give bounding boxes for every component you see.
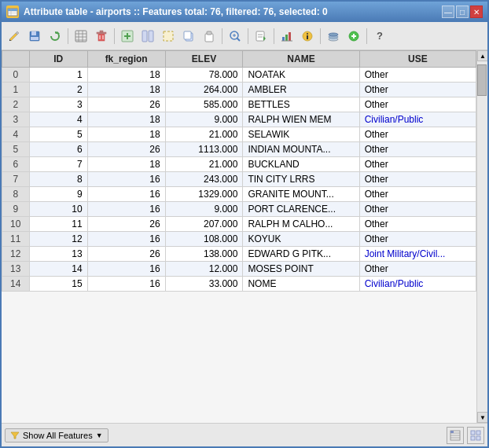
table-view-button[interactable] xyxy=(72,27,90,46)
cell-name: RALPH M CALHO... xyxy=(243,217,359,232)
maximize-button[interactable]: □ xyxy=(456,6,469,18)
select-button[interactable] xyxy=(159,27,178,46)
main-content: ID fk_region ELEV NAME USE 011878.000NOA… xyxy=(2,50,487,423)
table-row[interactable]: 910169.000PORT CLARENCE...Other xyxy=(2,202,476,217)
cell-elev: 9.000 xyxy=(165,202,243,217)
svg-rect-24 xyxy=(149,31,153,42)
cell-id: 8 xyxy=(29,172,87,187)
refresh-button[interactable] xyxy=(46,27,64,46)
scroll-track[interactable] xyxy=(477,61,487,412)
svg-point-43 xyxy=(307,33,308,35)
svg-rect-40 xyxy=(289,32,291,41)
app-icon xyxy=(6,6,19,18)
svg-point-47 xyxy=(329,33,338,36)
list-view-button[interactable] xyxy=(447,427,464,444)
copy-selection-button[interactable] xyxy=(179,27,198,46)
cell-id: 10 xyxy=(29,202,87,217)
svg-rect-44 xyxy=(307,35,308,39)
svg-rect-38 xyxy=(282,37,285,41)
stats-button[interactable] xyxy=(278,27,296,46)
cell-fk-region: 16 xyxy=(87,277,165,292)
table-row[interactable]: 7816243.000TIN CITY LRRSOther xyxy=(2,172,476,187)
table-row[interactable]: 121326138.000EDWARD G PITK...Joint Milit… xyxy=(2,247,476,262)
table-row[interactable]: 56261113.000INDIAN MOUNTA...Other xyxy=(2,142,476,157)
grid-view-button[interactable] xyxy=(467,427,484,444)
cell-id: 2 xyxy=(29,83,87,97)
cell-elev: 12.000 xyxy=(165,262,243,277)
cell-id: 6 xyxy=(29,142,87,157)
minimize-button[interactable]: — xyxy=(442,6,454,18)
row-number: 8 xyxy=(2,187,30,202)
title-controls: — □ ✕ xyxy=(442,6,483,18)
save-button[interactable] xyxy=(25,27,44,46)
cell-use: Other xyxy=(359,262,476,277)
zoom-button[interactable] xyxy=(226,27,244,46)
main-window: Attribute table - airports :: Features t… xyxy=(0,0,489,448)
row-number: 7 xyxy=(2,172,30,187)
cell-fk-region: 18 xyxy=(87,68,165,83)
scroll-down-button[interactable]: ▼ xyxy=(477,412,487,423)
cell-fk-region: 16 xyxy=(87,232,165,247)
table-row[interactable]: 2326585.000BETTLESOther xyxy=(2,97,476,112)
cell-use: Other xyxy=(359,142,476,157)
row-number: 14 xyxy=(2,277,30,292)
table-row[interactable]: 14151633.000NOMECivilian/Public xyxy=(2,277,476,292)
col-id[interactable]: ID xyxy=(29,51,87,68)
cell-use: Other xyxy=(359,83,476,97)
cell-elev: 78.000 xyxy=(165,68,243,83)
show-features-button[interactable]: Show All Features ▼ xyxy=(5,428,108,442)
window-title: Attribute table - airports :: Features t… xyxy=(24,6,328,17)
cell-name: MOSES POINT xyxy=(243,262,359,277)
cell-name: INDIAN MOUNTA... xyxy=(243,142,359,157)
separator-6 xyxy=(320,28,321,44)
row-number: 6 xyxy=(2,157,30,172)
action-button[interactable] xyxy=(298,27,317,46)
table-row[interactable]: 101126207.000RALPH M CALHO...Other xyxy=(2,217,476,232)
svg-rect-27 xyxy=(184,31,191,39)
edit-button[interactable] xyxy=(5,27,24,46)
cell-fk-region: 18 xyxy=(87,112,165,127)
scroll-up-button[interactable]: ▲ xyxy=(477,50,487,61)
row-number: 10 xyxy=(2,217,30,232)
table-row[interactable]: 451821.000SELAWIKOther xyxy=(2,127,476,142)
status-bar: Show All Features ▼ xyxy=(2,423,487,446)
table-row[interactable]: 671821.000BUCKLANDOther xyxy=(2,157,476,172)
cell-elev: 243.000 xyxy=(165,172,243,187)
col-fk-region[interactable]: fk_region xyxy=(87,51,165,68)
paste-button[interactable] xyxy=(200,27,219,46)
scrollbar[interactable]: ▲ ▼ xyxy=(476,50,487,423)
delete-button[interactable] xyxy=(92,27,111,46)
show-features-arrow: ▼ xyxy=(96,431,103,439)
table-row[interactable]: 13141612.000MOSES POINTOther xyxy=(2,262,476,277)
table-row[interactable]: 89161329.000GRANITE MOUNT...Other xyxy=(2,187,476,202)
cell-name: TIN CITY LRRS xyxy=(243,172,359,187)
export-button[interactable] xyxy=(252,27,270,46)
cell-use: Other xyxy=(359,202,476,217)
row-number: 11 xyxy=(2,232,30,247)
add-button[interactable] xyxy=(344,27,363,46)
cell-use: Other xyxy=(359,157,476,172)
table-row[interactable]: 34189.000RALPH WIEN MEMCivilian/Public xyxy=(2,112,476,127)
table-row[interactable]: 1218264.000AMBLEROther xyxy=(2,83,476,97)
table-row[interactable]: 111216108.000KOYUKOther xyxy=(2,232,476,247)
cell-id: 9 xyxy=(29,187,87,202)
cell-fk-region: 26 xyxy=(87,217,165,232)
column-button[interactable] xyxy=(138,27,157,46)
table-body: 011878.000NOATAKOther1218264.000AMBLEROt… xyxy=(2,68,476,292)
cell-id: 1 xyxy=(29,68,87,83)
scroll-thumb[interactable] xyxy=(477,64,487,96)
close-button[interactable]: ✕ xyxy=(470,6,483,18)
cell-name: NOATAK xyxy=(243,68,359,83)
layer-button[interactable] xyxy=(324,27,343,46)
table-scroll[interactable]: ID fk_region ELEV NAME USE 011878.000NOA… xyxy=(2,50,476,423)
svg-marker-51 xyxy=(11,432,19,439)
help-button[interactable]: ? xyxy=(370,27,389,46)
toolbar: ? xyxy=(2,22,487,50)
col-elev[interactable]: ELEV xyxy=(165,51,243,68)
col-use[interactable]: USE xyxy=(359,51,476,68)
table-row[interactable]: 011878.000NOATAKOther xyxy=(2,68,476,83)
svg-rect-57 xyxy=(471,431,475,435)
cell-elev: 138.000 xyxy=(165,247,243,262)
col-name[interactable]: NAME xyxy=(243,51,359,68)
new-column-button[interactable] xyxy=(118,27,137,46)
